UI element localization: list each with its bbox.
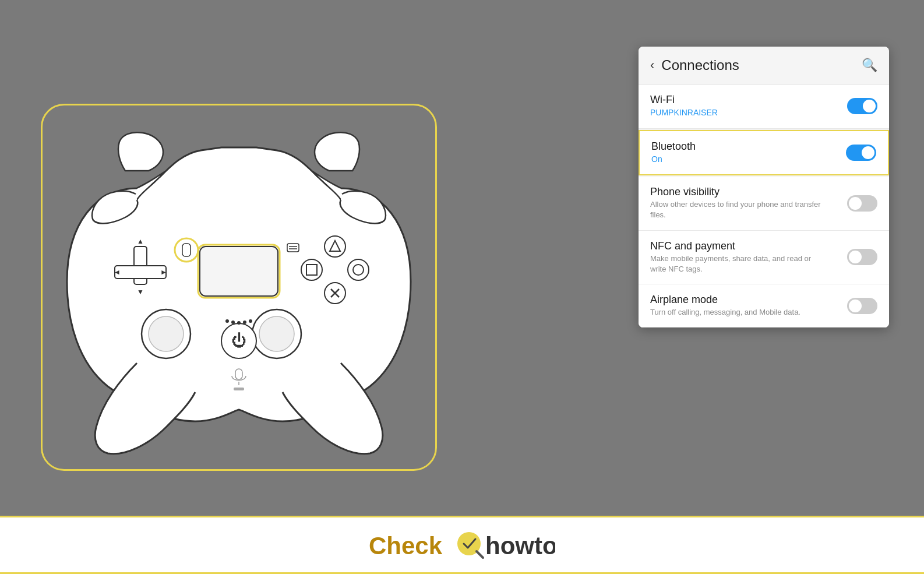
svg-line-38 — [477, 551, 483, 558]
panel-header-left: ‹ Connections — [650, 57, 739, 73]
bluetooth-item[interactable]: Bluetooth On — [639, 130, 889, 176]
bluetooth-text: Bluetooth On — [651, 140, 840, 165]
svg-text:howto: howto — [485, 532, 555, 559]
phone-visibility-toggle[interactable] — [847, 195, 877, 212]
nfc-text: NFC and payment Make mobile payments, sh… — [650, 240, 841, 274]
airplane-item[interactable]: Airplane mode Turn off calling, messagin… — [639, 284, 889, 328]
settings-panel: ‹ Connections 🔍 Wi-Fi PUMPKINRAISER Blue… — [639, 47, 889, 328]
airplane-title: Airplane mode — [650, 294, 841, 306]
bluetooth-toggle[interactable] — [846, 145, 876, 161]
svg-text:Check: Check — [369, 532, 443, 559]
wifi-item[interactable]: Wi-Fi PUMPKINRAISER — [639, 84, 889, 129]
phone-visibility-title: Phone visibility — [650, 186, 841, 198]
checkhowto-logo: Check howto — [369, 527, 555, 562]
phone-visibility-text: Phone visibility Allow other devices to … — [650, 186, 841, 220]
wifi-subtitle: PUMPKINRAISER — [650, 107, 825, 119]
search-icon[interactable]: 🔍 — [862, 58, 877, 73]
wifi-text: Wi-Fi PUMPKINRAISER — [650, 94, 841, 119]
phone-visibility-subtitle: Allow other devices to find your phone a… — [650, 199, 825, 220]
wifi-toggle[interactable] — [847, 98, 877, 114]
bluetooth-title: Bluetooth — [651, 140, 840, 153]
nfc-subtitle: Make mobile payments, share data, and re… — [650, 253, 825, 274]
nfc-item[interactable]: NFC and payment Make mobile payments, sh… — [639, 231, 889, 284]
airplane-text: Airplane mode Turn off calling, messagin… — [650, 294, 841, 318]
panel-header: ‹ Connections 🔍 — [639, 47, 889, 84]
controller-wrapper: ▲ ▼ ◄ ► — [50, 112, 428, 462]
controller-section: ▲ ▼ ◄ ► — [35, 83, 443, 491]
bottom-banner: Check howto — [0, 516, 924, 574]
wifi-title: Wi-Fi — [650, 94, 841, 106]
panel-title: Connections — [661, 57, 739, 73]
nfc-toggle[interactable] — [847, 249, 877, 265]
phone-visibility-item[interactable]: Phone visibility Allow other devices to … — [639, 177, 889, 230]
airplane-toggle[interactable] — [847, 298, 877, 314]
nfc-title: NFC and payment — [650, 240, 841, 252]
airplane-subtitle: Turn off calling, messaging, and Mobile … — [650, 307, 825, 318]
main-area: ▲ ▼ ◄ ► — [0, 0, 924, 574]
controller-outline — [41, 104, 437, 471]
back-icon[interactable]: ‹ — [650, 58, 654, 73]
bluetooth-subtitle: On — [651, 154, 826, 165]
logo-container: Check howto — [369, 527, 555, 562]
